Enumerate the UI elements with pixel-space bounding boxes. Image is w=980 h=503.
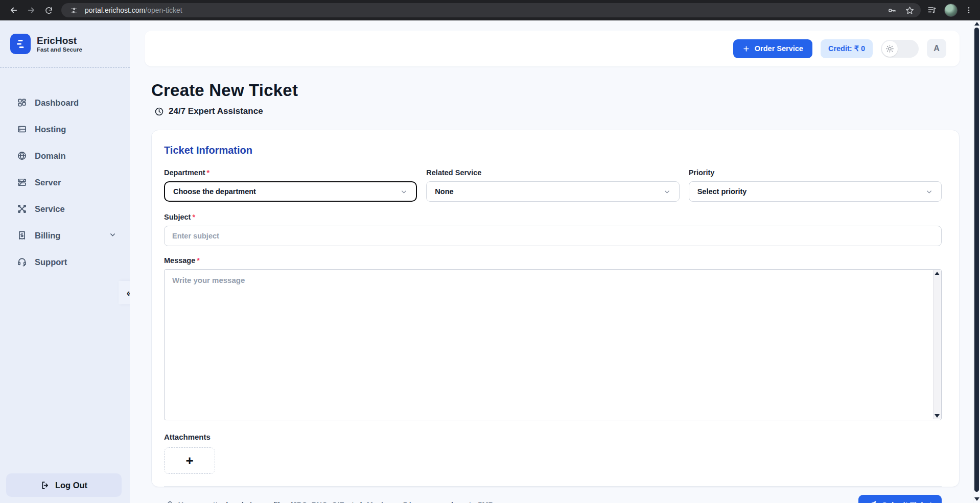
scroll-down-icon[interactable] xyxy=(974,497,979,501)
browser-forward-button[interactable] xyxy=(22,2,40,19)
server-icon xyxy=(16,177,28,188)
password-manager-icon[interactable] xyxy=(887,6,897,15)
url-path: /open-ticket xyxy=(145,6,182,14)
url-text: portal.erichost.com/open-ticket xyxy=(85,6,182,14)
chevron-down-icon xyxy=(925,188,933,196)
subject-input[interactable] xyxy=(164,226,942,246)
sidebar-item-label: Dashboard xyxy=(35,98,79,108)
logout-button[interactable]: Log Out xyxy=(6,473,122,497)
logout-icon xyxy=(40,481,50,490)
order-service-button[interactable]: Order Service xyxy=(733,39,812,58)
sidebar-item-billing[interactable]: Billing xyxy=(0,222,130,249)
address-bar[interactable]: portal.erichost.com/open-ticket xyxy=(61,3,921,17)
sidebar-item-label: Domain xyxy=(35,151,66,161)
sidebar-item-hosting[interactable]: Hosting xyxy=(0,116,130,142)
browser-chrome: portal.erichost.com/open-ticket xyxy=(0,0,980,20)
sidebar-nav: Dashboard Hosting Domain Server xyxy=(0,68,130,275)
browser-back-button[interactable] xyxy=(5,2,22,19)
department-field: Department* Choose the department xyxy=(164,169,417,202)
topbar: Order Service Credit: ₹ 0 A xyxy=(145,31,960,66)
sidebar-item-label: Server xyxy=(35,178,61,187)
theme-toggle[interactable] xyxy=(881,40,919,58)
send-icon xyxy=(868,500,877,503)
avatar-initial: A xyxy=(934,44,940,53)
message-field: Message* xyxy=(164,256,942,420)
message-label: Message* xyxy=(164,256,942,265)
submit-ticket-button[interactable]: Submit Ticket xyxy=(858,495,942,503)
required-asterisk: * xyxy=(192,213,195,221)
priority-select[interactable]: Select priority xyxy=(689,181,942,202)
sidebar-item-label: Hosting xyxy=(35,125,66,134)
required-asterisk: * xyxy=(207,169,210,177)
sidebar-item-support[interactable]: Support xyxy=(0,249,130,275)
billing-icon xyxy=(16,230,28,241)
chevron-down-icon xyxy=(400,188,408,196)
divider xyxy=(164,486,942,487)
user-avatar[interactable]: A xyxy=(927,39,946,58)
related-service-field: Related Service None xyxy=(426,169,679,202)
dashboard-icon xyxy=(16,97,28,108)
department-label: Department* xyxy=(164,169,417,177)
add-attachment-button[interactable]: + xyxy=(164,447,215,474)
scroll-up-icon[interactable] xyxy=(974,22,979,26)
priority-field: Priority Select priority xyxy=(689,169,942,202)
sidebar-item-dashboard[interactable]: Dashboard xyxy=(0,89,130,116)
department-select[interactable]: Choose the department xyxy=(164,181,417,202)
scroll-down-icon[interactable] xyxy=(935,414,940,418)
plus-icon xyxy=(742,45,750,53)
page-subtitle: 24/7 Expert Assistance xyxy=(154,106,960,116)
sidebar: EricHost Fast and Secure Dashboard Hosti… xyxy=(0,20,130,503)
chevron-down-icon xyxy=(109,231,116,241)
browser-profile-avatar[interactable] xyxy=(944,4,958,17)
logout-label: Log Out xyxy=(55,481,87,490)
main-content: Order Service Credit: ₹ 0 A Create New T… xyxy=(130,20,980,503)
sidebar-item-label: Billing xyxy=(35,231,60,241)
sidebar-item-label: Support xyxy=(35,257,67,267)
brand-tagline: Fast and Secure xyxy=(37,46,82,53)
support-headset-icon xyxy=(16,256,28,268)
scroll-up-icon[interactable] xyxy=(935,272,940,275)
scrollbar-thumb[interactable] xyxy=(974,28,979,492)
sidebar-item-label: Service xyxy=(35,204,65,214)
subtitle-text: 24/7 Expert Assistance xyxy=(169,106,263,116)
attachment-note-text: You can attach only image files (JPG, PN… xyxy=(178,501,496,503)
brand-name: EricHost xyxy=(37,35,82,46)
plus-icon: + xyxy=(185,453,193,469)
credit-label: Credit: ₹ 0 xyxy=(828,44,865,53)
sidebar-item-service[interactable]: Service xyxy=(0,196,130,222)
brand: EricHost Fast and Secure xyxy=(0,20,130,68)
attachment-note: You can attach only image files (JPG, PN… xyxy=(164,500,496,503)
department-select-value: Choose the department xyxy=(173,187,256,196)
page-scrollbar[interactable] xyxy=(973,20,980,503)
domain-globe-icon xyxy=(16,150,28,161)
page-title: Create New Ticket xyxy=(151,81,960,100)
related-service-label: Related Service xyxy=(426,169,679,177)
bookmark-star-icon[interactable] xyxy=(905,6,915,15)
service-tools-icon xyxy=(16,203,28,214)
credit-badge[interactable]: Credit: ₹ 0 xyxy=(821,39,873,58)
site-settings-icon[interactable] xyxy=(67,4,80,16)
url-host: portal.erichost.com xyxy=(85,6,145,14)
hosting-icon xyxy=(16,124,28,135)
attachments-label: Attachments xyxy=(164,433,942,441)
sidebar-item-domain[interactable]: Domain xyxy=(0,142,130,169)
browser-menu-icon[interactable] xyxy=(965,6,973,14)
related-service-select[interactable]: None xyxy=(426,181,679,202)
textarea-scrollbar[interactable] xyxy=(933,270,941,419)
erichost-logo-icon xyxy=(10,34,31,54)
section-title: Ticket Information xyxy=(164,145,942,156)
browser-reload-button[interactable] xyxy=(40,2,57,19)
sun-icon xyxy=(885,44,894,53)
order-service-label: Order Service xyxy=(755,44,803,53)
media-controls-icon[interactable] xyxy=(927,5,937,15)
sidebar-item-server[interactable]: Server xyxy=(0,169,130,196)
priority-select-value: Select priority xyxy=(697,187,747,196)
paperclip-icon xyxy=(164,500,173,503)
related-service-select-value: None xyxy=(435,187,453,196)
subject-field: Subject* xyxy=(164,213,942,246)
clock-icon xyxy=(154,107,164,116)
message-textarea[interactable] xyxy=(164,269,942,420)
submit-label: Submit Ticket xyxy=(882,500,932,503)
ticket-form-card: Ticket Information Department* Choose th… xyxy=(151,130,960,487)
required-asterisk: * xyxy=(197,256,200,265)
